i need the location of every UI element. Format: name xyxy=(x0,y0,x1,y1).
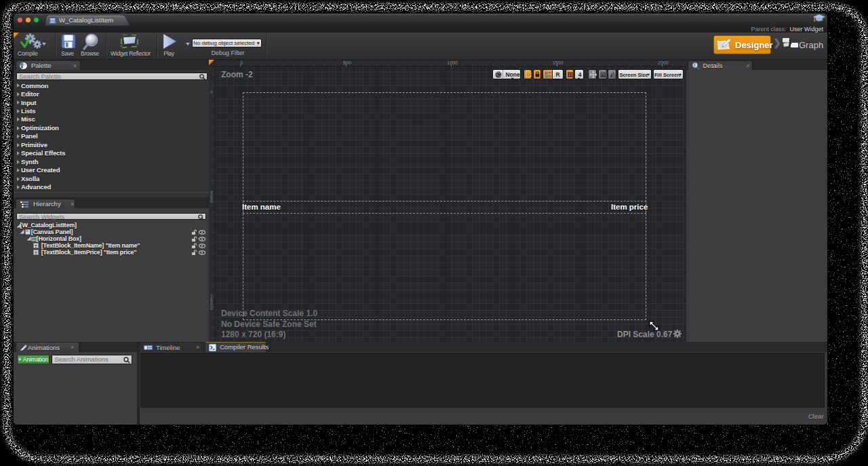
svg-text:i: i xyxy=(694,62,695,67)
svg-text:W_CatalogListItem: W_CatalogListItem xyxy=(59,16,113,24)
svg-text:T: T xyxy=(35,244,37,248)
svg-text:T: T xyxy=(35,251,37,255)
